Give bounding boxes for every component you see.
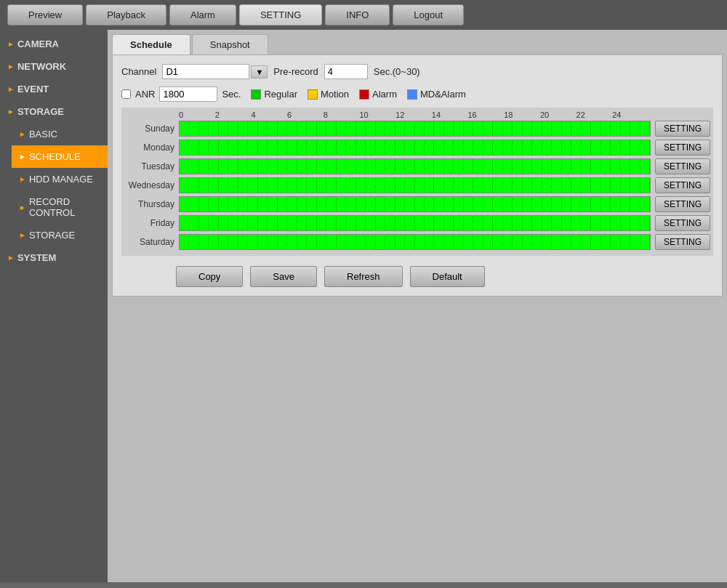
thursday-bar[interactable] — [179, 196, 651, 212]
schedule-bar-cell — [571, 197, 581, 212]
wednesday-bar[interactable] — [179, 177, 651, 193]
content-area: Schedule Snapshot Channel ▼ Pre-record S… — [108, 30, 727, 582]
saturday-bar[interactable] — [179, 234, 651, 250]
schedule-bar-cell — [473, 121, 483, 136]
sunday-label: Sunday — [124, 124, 179, 134]
monday-bar[interactable] — [179, 140, 651, 156]
thursday-setting-btn[interactable]: SETTING — [655, 196, 710, 212]
alarm-btn[interactable]: Alarm — [169, 4, 236, 25]
schedule-bar-cell — [248, 197, 257, 212]
camera-arrow-icon: ► — [7, 40, 15, 48]
copy-btn[interactable]: Copy — [176, 266, 243, 287]
time-0: 0 — [179, 110, 215, 119]
schedule-bar-cell — [346, 121, 356, 136]
schedule-bar-cell — [454, 216, 463, 230]
playback-btn[interactable]: Playback — [86, 4, 166, 25]
schedule-bar-cell — [434, 197, 443, 212]
wednesday-setting-btn[interactable]: SETTING — [655, 177, 710, 193]
monday-setting-btn[interactable]: SETTING — [655, 140, 710, 156]
schedule-bar-cell — [287, 121, 297, 136]
schedule-bar-cell — [248, 121, 257, 136]
sidebar-item-schedule[interactable]: ► SCHEDULE — [12, 145, 108, 168]
time-8: 8 — [324, 110, 360, 119]
schedule-bar-cell — [523, 121, 532, 136]
schedule-bar-cell — [415, 121, 425, 136]
sidebar-item-event[interactable]: ► EVENT — [0, 78, 108, 100]
legend-row: ANR Sec. Regular Motion Alarm — [121, 86, 713, 102]
schedule-container: 0 2 4 6 8 10 12 14 16 18 20 22 24 Sunday — [121, 108, 713, 256]
sidebar-item-record-control[interactable]: ► RECORD CONTROL — [12, 190, 108, 224]
schedule-bar-cell — [513, 216, 522, 230]
anr-input[interactable] — [159, 86, 217, 102]
schedule-bar-cell — [454, 121, 463, 136]
tuesday-setting-btn[interactable]: SETTING — [655, 158, 710, 174]
sidebar-item-camera[interactable]: ► CAMERA — [0, 33, 108, 55]
schedule-bar-cell — [337, 197, 346, 212]
saturday-setting-btn[interactable]: SETTING — [655, 234, 710, 250]
setting-btn[interactable]: SETTING — [239, 4, 322, 25]
schedule-bar-cell — [473, 178, 483, 193]
row-tuesday: Tuesday SETTING — [124, 158, 710, 174]
schedule-bar-cell — [630, 159, 640, 174]
refresh-btn[interactable]: Refresh — [324, 266, 403, 287]
schedule-bar-cell — [326, 178, 336, 193]
schedule-bar-cell — [415, 197, 425, 212]
schedule-bar-cell — [542, 159, 552, 174]
tuesday-label: Tuesday — [124, 161, 179, 172]
schedule-bar-cell — [434, 140, 443, 155]
schedule-bar-cell — [278, 216, 287, 230]
channel-input[interactable] — [162, 64, 249, 79]
schedule-bar-cell — [405, 178, 414, 193]
schedule-bar-cell — [513, 140, 522, 155]
info-btn[interactable]: INFO — [325, 4, 390, 25]
sidebar-item-storage-sub[interactable]: ► STORAGE — [12, 224, 108, 246]
schedule-bar-cell — [493, 197, 502, 212]
sidebar-item-hdd-manage[interactable]: ► HDD MANAGE — [12, 168, 108, 190]
tab-snapshot[interactable]: Snapshot — [192, 34, 268, 55]
schedule-bar-cell — [189, 216, 198, 230]
friday-setting-btn[interactable]: SETTING — [655, 215, 710, 231]
schedule-bar-cell — [268, 216, 277, 230]
schedule-bar-cell — [493, 140, 502, 155]
logout-btn[interactable]: Logout — [393, 4, 464, 25]
legend-regular-label: Regular — [264, 89, 297, 100]
anr-checkbox[interactable] — [121, 89, 131, 99]
schedule-bar-cell — [405, 159, 414, 174]
schedule-bar-cell — [326, 197, 336, 212]
friday-bar[interactable] — [179, 215, 651, 231]
schedule-bar-cell — [356, 216, 366, 230]
channel-dropdown-btn[interactable]: ▼ — [251, 65, 268, 78]
schedule-bar-cell — [366, 178, 375, 193]
schedule-bar-cell — [199, 216, 209, 230]
tuesday-bar[interactable] — [179, 158, 651, 174]
schedule-bar-cell — [591, 121, 601, 136]
sunday-setting-btn[interactable]: SETTING — [655, 121, 710, 137]
sidebar-item-system[interactable]: ► SYSTEM — [0, 246, 108, 269]
schedule-bar-cell — [483, 235, 493, 249]
prerecord-input[interactable] — [324, 64, 368, 79]
schedule-bar-cell — [278, 235, 287, 249]
save-btn[interactable]: Save — [250, 266, 317, 287]
sidebar-item-schedule-label: SCHEDULE — [29, 151, 81, 162]
schedule-bar-cell — [326, 216, 336, 230]
schedule-bar-cell — [454, 197, 463, 212]
schedule-bar-cell — [434, 159, 443, 174]
schedule-bar-cell — [630, 121, 640, 136]
tab-schedule[interactable]: Schedule — [112, 34, 190, 55]
schedule-bar-cell — [189, 178, 198, 193]
schedule-bar-cell — [307, 140, 316, 155]
schedule-bar-cell — [228, 197, 238, 212]
schedule-bar-cell — [513, 235, 522, 249]
sunday-bar[interactable] — [179, 121, 651, 137]
legend-md-alarm: MD&Alarm — [407, 89, 466, 100]
sidebar-item-network[interactable]: ► NETWORK — [0, 55, 108, 78]
schedule-bar-cell — [287, 178, 297, 193]
sidebar-item-basic[interactable]: ► BASIC — [12, 123, 108, 145]
action-row: Copy Save Refresh Default — [176, 266, 713, 287]
sidebar-item-storage[interactable]: ► STORAGE — [0, 100, 108, 123]
schedule-bar-cell — [464, 197, 473, 212]
schedule-bar-cell — [571, 178, 581, 193]
preview-btn[interactable]: Preview — [7, 4, 83, 25]
schedule-bar-cell — [228, 216, 238, 230]
default-btn[interactable]: Default — [410, 266, 485, 287]
